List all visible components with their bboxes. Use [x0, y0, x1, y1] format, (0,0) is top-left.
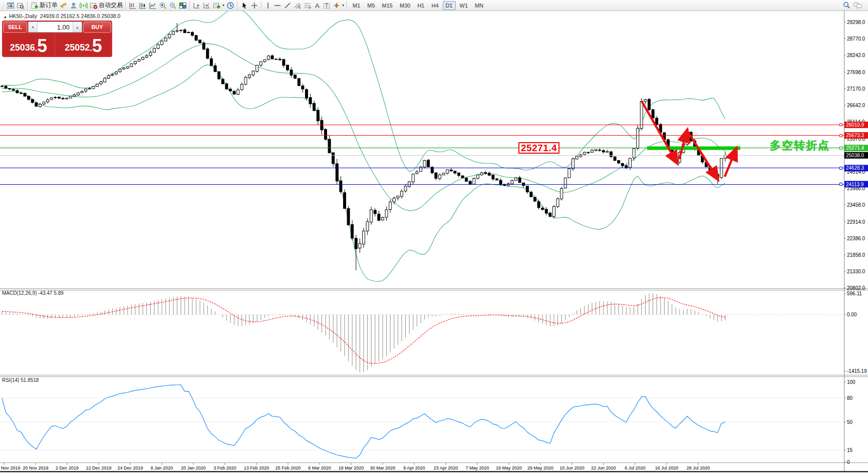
- trendline-tool[interactable]: [282, 1, 293, 10]
- bar-chart-button[interactable]: [128, 1, 138, 10]
- cursor-tool-button[interactable]: [239, 1, 249, 10]
- sell-price[interactable]: 25036.5: [3, 34, 54, 56]
- svg-text:3 Feb 2020: 3 Feb 2020: [213, 465, 236, 470]
- autotrade-button[interactable]: 自动交易: [89, 1, 124, 10]
- timeframe-H4[interactable]: H4: [428, 1, 441, 10]
- search-button[interactable]: [841, 1, 852, 10]
- svg-text:6 Mar 2020: 6 Mar 2020: [308, 465, 331, 470]
- svg-text:A: A: [315, 2, 320, 10]
- crosshair-tool-button[interactable]: [249, 1, 259, 10]
- svg-text:25271.4: 25271.4: [846, 145, 864, 151]
- sell-button[interactable]: SELL: [3, 22, 27, 33]
- svg-text:27170.0: 27170.0: [847, 86, 865, 92]
- arrows-dropdown-caret[interactable]: ▾: [342, 3, 344, 8]
- svg-text:13 Feb 2020: 13 Feb 2020: [244, 465, 269, 470]
- volume-field: ▼ 1.00 ▲: [28, 22, 82, 33]
- chart-symbol-header: ▲HK50-,Daily 24939.0 25162.5 24836.0 250…: [4, 13, 120, 19]
- svg-text:-1415.19: -1415.19: [847, 368, 867, 374]
- timeframe-M1[interactable]: M1: [350, 1, 363, 10]
- price-chart[interactable]: 29298.028770.028242.027698.027170.026642…: [0, 0, 868, 475]
- svg-text:20 Nov 2019: 20 Nov 2019: [23, 465, 48, 470]
- expand-triangle-icon[interactable]: ▲: [4, 15, 7, 19]
- arrows-tool[interactable]: ▾: [332, 1, 345, 10]
- zoom-out-button[interactable]: [168, 1, 178, 10]
- equidistant-channel-tool[interactable]: E: [293, 1, 303, 10]
- rsi-indicator-label: RSI(14) 51.8518: [2, 377, 39, 383]
- chart-shift-button[interactable]: [202, 1, 212, 10]
- timeframe-H1[interactable]: H1: [414, 1, 427, 10]
- main-toolbar: 新订单 自动交易 ▾ E F A T ▾ M1M5M15M30H1H4D1W1M…: [0, 0, 868, 11]
- svg-text:29 May 2020: 29 May 2020: [527, 465, 553, 470]
- svg-text:26010.9: 26010.9: [846, 122, 864, 128]
- svg-text:25038.0: 25038.0: [846, 153, 864, 158]
- line-chart-button[interactable]: [148, 1, 158, 10]
- timeframe-W1[interactable]: W1: [457, 1, 471, 10]
- sound-alert-button[interactable]: [59, 1, 69, 10]
- turning-point-annotation[interactable]: 多空转折点: [770, 138, 830, 153]
- svg-text:24628.3: 24628.3: [846, 165, 864, 171]
- svg-text:16 Jul 2020: 16 Jul 2020: [655, 465, 679, 470]
- timeframe-D1[interactable]: D1: [443, 1, 456, 10]
- svg-text:6 Jul 2020: 6 Jul 2020: [625, 465, 646, 470]
- new-order-button[interactable]: 新订单: [30, 1, 59, 10]
- buy-button[interactable]: BUY: [83, 22, 111, 33]
- svg-text:28 Jul 2020: 28 Jul 2020: [687, 465, 710, 470]
- timeframe-group: M1M5M15M30H1H4D1W1MN: [349, 1, 487, 10]
- buy-price-int: 25052: [65, 43, 90, 56]
- svg-text:8 Jan 2020: 8 Jan 2020: [151, 465, 173, 470]
- svg-text:596.11: 596.11: [847, 291, 862, 296]
- volume-decrease-button[interactable]: ▼: [29, 22, 38, 32]
- timeframe-M30[interactable]: M30: [397, 1, 413, 10]
- volume-increase-button[interactable]: ▲: [73, 22, 82, 32]
- chart-window-button[interactable]: [6, 1, 16, 10]
- signal-button[interactable]: [79, 1, 89, 10]
- candle-chart-button[interactable]: [138, 1, 148, 10]
- indicator-dropdown-caret[interactable]: ▾: [222, 3, 224, 8]
- sell-price-frac: 5: [37, 36, 47, 56]
- fibonacci-tool[interactable]: F: [303, 1, 313, 10]
- svg-text:25 Feb 2020: 25 Feb 2020: [275, 465, 301, 470]
- text-tool[interactable]: A: [313, 1, 322, 10]
- svg-text:10 Jun 2020: 10 Jun 2020: [559, 465, 585, 470]
- buy-price[interactable]: 25052.5: [56, 34, 111, 56]
- svg-text:24 Dec 2019: 24 Dec 2019: [117, 465, 143, 470]
- buy-price-frac: 5: [92, 36, 102, 56]
- zoom-in-button[interactable]: [158, 1, 168, 10]
- community-button[interactable]: [69, 1, 79, 10]
- svg-text:30 Mar 2020: 30 Mar 2020: [370, 465, 396, 470]
- svg-text:28770.0: 28770.0: [847, 36, 865, 42]
- add-indicator-button[interactable]: ▾: [212, 1, 225, 10]
- svg-text:21330.0: 21330.0: [847, 269, 865, 274]
- svg-text:22914.0: 22914.0: [847, 219, 865, 225]
- svg-text:22 Jun 2020: 22 Jun 2020: [591, 465, 616, 470]
- svg-text:2 Dec 2019: 2 Dec 2019: [56, 465, 79, 470]
- macd-indicator-label: MACD(12,26,9) -43.47 5.89: [2, 290, 64, 296]
- svg-text:26642.0: 26642.0: [847, 103, 865, 108]
- svg-text:0.00: 0.00: [847, 312, 857, 317]
- svg-text:9 Apr 2020: 9 Apr 2020: [403, 465, 425, 470]
- text-label-tool[interactable]: T: [322, 1, 332, 10]
- chat-button[interactable]: [852, 1, 864, 10]
- ohlc-values: 24939.0 25162.5 24836.0 25038.0: [40, 13, 121, 19]
- vertical-line-tool[interactable]: [263, 1, 272, 10]
- price-callout-object[interactable]: 25271.4: [518, 142, 559, 154]
- svg-text:0: 0: [847, 459, 850, 465]
- timeframe-M15[interactable]: M15: [379, 1, 396, 10]
- tile-windows-button[interactable]: [178, 1, 188, 10]
- svg-text:21858.0: 21858.0: [847, 252, 865, 258]
- mt4-window: { "toolbar": { "new_order_label": "新订单",…: [0, 0, 868, 475]
- timeframe-MN[interactable]: MN: [472, 1, 486, 10]
- toolbar-drag-handle[interactable]: [3, 2, 4, 9]
- timeframe-M5[interactable]: M5: [364, 1, 378, 10]
- market-watch-button[interactable]: [16, 1, 26, 10]
- horizontal-line-tool[interactable]: [272, 1, 282, 10]
- sell-price-int: 25036: [10, 43, 35, 56]
- svg-text:F: F: [309, 6, 311, 10]
- svg-text:100: 100: [847, 379, 855, 385]
- auto-scroll-button[interactable]: [192, 1, 202, 10]
- volume-value[interactable]: 1.00: [38, 22, 73, 32]
- svg-text:28242.0: 28242.0: [847, 53, 865, 58]
- period-clock-button[interactable]: [225, 1, 235, 10]
- support-zone-bar[interactable]: [647, 147, 740, 150]
- svg-text:T: T: [325, 3, 328, 9]
